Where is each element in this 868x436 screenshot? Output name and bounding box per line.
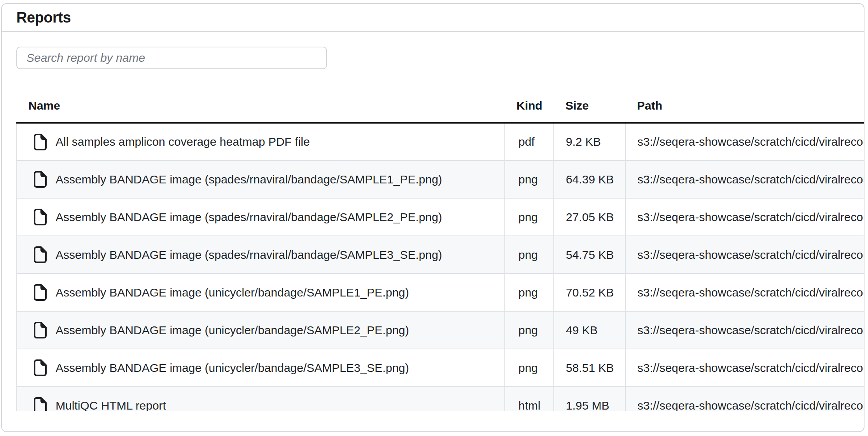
report-size: 58.51 KB [554,349,625,387]
report-path: s3://seqera-showcase/scratch/cicd/viralr… [625,123,864,160]
report-kind: pdf [505,123,554,160]
reports-card: Reports Name Kind Size Path [1,3,864,432]
file-earmark-icon [34,284,47,301]
table-row[interactable]: Assembly BANDAGE image (unicycler/bandag… [17,311,864,349]
report-path: s3://seqera-showcase/scratch/cicd/viralr… [625,311,864,349]
report-kind: html [505,387,554,411]
report-name: Assembly BANDAGE image (spades/rnaviral/… [56,173,442,186]
report-kind: png [505,311,554,349]
report-name-cell: Assembly BANDAGE image (unicycler/bandag… [17,359,504,376]
report-size: 9.2 KB [554,123,625,160]
column-header-size: Size [554,89,625,123]
report-path: s3://seqera-showcase/scratch/cicd/viralr… [625,236,864,274]
card-body: Name Kind Size Path All samples amplicon… [2,32,864,411]
report-name-cell: All samples amplicon coverage heatmap PD… [17,134,504,150]
report-kind: png [505,198,554,236]
report-size: 64.39 KB [554,160,625,198]
report-name: All samples amplicon coverage heatmap PD… [56,135,310,148]
column-header-name: Name [17,89,505,123]
table-row[interactable]: Assembly BANDAGE image (spades/rnaviral/… [17,160,864,198]
report-path: s3://seqera-showcase/scratch/cicd/viralr… [625,160,864,198]
table-row[interactable]: MultiQC HTML report html 1.95 MB s3://se… [17,387,864,411]
report-name: Assembly BANDAGE image (unicycler/bandag… [56,324,409,337]
table-row[interactable]: Assembly BANDAGE image (unicycler/bandag… [17,349,864,387]
file-earmark-icon [34,322,47,338]
file-earmark-icon [34,246,47,263]
report-name: Assembly BANDAGE image (unicycler/bandag… [56,361,409,375]
report-name: Assembly BANDAGE image (spades/rnaviral/… [56,211,442,224]
report-name-cell: Assembly BANDAGE image (unicycler/bandag… [17,284,504,301]
file-earmark-icon [34,171,47,188]
report-name-cell: MultiQC HTML report [17,397,504,411]
report-name: Assembly BANDAGE image (unicycler/bandag… [56,286,409,299]
file-earmark-icon [34,209,47,225]
card-header: Reports [2,4,864,32]
file-earmark-icon [34,359,47,376]
reports-table-container: Name Kind Size Path All samples amplicon… [16,89,864,411]
report-name-cell: Assembly BANDAGE image (spades/rnaviral/… [17,209,504,225]
column-header-kind: Kind [505,89,554,123]
report-path: s3://seqera-showcase/scratch/cicd/viralr… [625,349,864,387]
report-name: MultiQC HTML report [56,399,166,411]
report-size: 49 KB [554,311,625,349]
report-name-cell: Assembly BANDAGE image (unicycler/bandag… [17,322,504,338]
report-kind: png [505,160,554,198]
report-size: 1.95 MB [554,387,625,411]
page-title: Reports [16,9,71,26]
table-row[interactable]: Assembly BANDAGE image (unicycler/bandag… [17,274,864,311]
report-kind: png [505,349,554,387]
report-size: 27.05 KB [554,198,625,236]
report-size: 70.52 KB [554,274,625,311]
table-row[interactable]: Assembly BANDAGE image (spades/rnaviral/… [17,236,864,274]
column-header-path: Path [625,89,864,123]
report-path: s3://seqera-showcase/scratch/cicd/viralr… [625,387,864,411]
search-input[interactable] [16,47,327,69]
report-path: s3://seqera-showcase/scratch/cicd/viralr… [625,274,864,311]
file-earmark-icon [34,397,47,411]
table-row[interactable]: All samples amplicon coverage heatmap PD… [17,123,864,160]
report-name-cell: Assembly BANDAGE image (spades/rnaviral/… [17,171,504,188]
table-header-row: Name Kind Size Path [17,89,864,123]
report-path: s3://seqera-showcase/scratch/cicd/viralr… [625,198,864,236]
report-kind: png [505,274,554,311]
report-kind: png [505,236,554,274]
table-row[interactable]: Assembly BANDAGE image (spades/rnaviral/… [17,198,864,236]
report-name: Assembly BANDAGE image (spades/rnaviral/… [56,248,442,262]
report-size: 54.75 KB [554,236,625,274]
file-earmark-icon [34,134,47,150]
reports-table: Name Kind Size Path All samples amplicon… [16,89,864,411]
report-name-cell: Assembly BANDAGE image (spades/rnaviral/… [17,246,504,263]
